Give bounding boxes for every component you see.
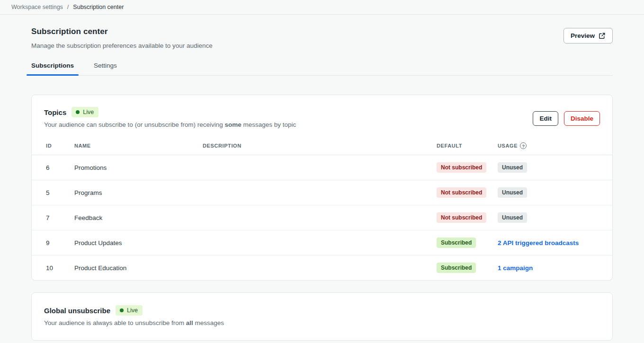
usage-header-label: USAGE bbox=[498, 143, 518, 149]
default-badge: Not subscribed bbox=[437, 162, 486, 173]
topic-id: 6 bbox=[32, 155, 74, 180]
preview-button-label: Preview bbox=[571, 32, 595, 39]
default-badge: Not subscribed bbox=[437, 187, 486, 198]
topics-subtitle-post: messages by topic bbox=[242, 121, 296, 128]
topic-name: Feedback bbox=[74, 205, 203, 230]
usage-link-broadcasts[interactable]: 2 API triggered broadcasts bbox=[498, 239, 579, 246]
topics-subtitle-bold: some bbox=[224, 121, 241, 128]
topic-name: Product Education bbox=[74, 255, 203, 281]
topics-card-header: Topics Live Your audience can subscribe … bbox=[32, 95, 612, 137]
topics-title: Topics bbox=[44, 108, 66, 116]
table-row: 10 Product Education Subscribed 1 campai… bbox=[32, 255, 612, 281]
topic-description bbox=[203, 205, 437, 230]
topics-card: Topics Live Your audience can subscribe … bbox=[31, 95, 613, 281]
table-row: 6 Promotions Not subscribed Unused bbox=[32, 155, 612, 180]
tab-settings[interactable]: Settings bbox=[89, 62, 122, 75]
usage-badge: Unused bbox=[498, 212, 527, 223]
usage-link-campaign[interactable]: 1 campaign bbox=[498, 264, 533, 272]
default-badge: Not subscribed bbox=[437, 212, 486, 223]
column-header-usage: USAGE ? bbox=[498, 137, 612, 155]
topics-subtitle: Your audience can subscribe to (or unsub… bbox=[44, 121, 296, 128]
tab-bar: Subscriptions Settings bbox=[27, 62, 613, 76]
global-subtitle-post: messages bbox=[193, 319, 224, 326]
preview-button[interactable]: Preview bbox=[564, 28, 613, 44]
topic-id: 10 bbox=[32, 255, 74, 281]
topic-description bbox=[203, 155, 437, 180]
page-subtitle: Manage the subscription preferences avai… bbox=[31, 42, 213, 49]
topic-id: 7 bbox=[32, 205, 74, 230]
table-row: 9 Product Updates Subscribed 2 API trigg… bbox=[32, 230, 612, 255]
live-badge-label: Live bbox=[127, 307, 138, 314]
column-header-id: ID bbox=[32, 137, 74, 155]
edit-button[interactable]: Edit bbox=[533, 111, 558, 126]
breadcrumb: Workspace settings / Subscription center bbox=[0, 0, 644, 15]
usage-badge: Unused bbox=[498, 162, 527, 173]
global-live-badge: Live bbox=[116, 305, 143, 316]
default-badge: Subscribed bbox=[437, 263, 476, 273]
live-dot-icon bbox=[120, 308, 124, 312]
topics-live-badge: Live bbox=[72, 107, 98, 117]
global-subtitle-bold: all bbox=[186, 319, 193, 326]
global-unsubscribe-card: Global unsubscribe Live Your audience is… bbox=[31, 292, 613, 341]
topic-id: 9 bbox=[32, 230, 74, 255]
topic-name: Promotions bbox=[74, 155, 203, 180]
topic-description bbox=[203, 180, 437, 205]
table-row: 7 Feedback Not subscribed Unused bbox=[32, 205, 612, 230]
disable-button[interactable]: Disable bbox=[564, 111, 600, 126]
live-dot-icon bbox=[76, 110, 80, 114]
column-header-description: DESCRIPTION bbox=[203, 137, 437, 155]
help-icon[interactable]: ? bbox=[520, 142, 527, 149]
topic-id: 5 bbox=[32, 180, 74, 205]
page-header: Subscription center Manage the subscript… bbox=[31, 15, 613, 49]
topics-subtitle-pre: Your audience can subscribe to (or unsub… bbox=[44, 121, 224, 128]
table-header-row: ID NAME DESCRIPTION DEFAULT USAGE ? bbox=[32, 137, 612, 155]
column-header-default: DEFAULT bbox=[437, 137, 498, 155]
topic-name: Programs bbox=[74, 180, 203, 205]
live-badge-label: Live bbox=[83, 109, 94, 115]
default-badge: Subscribed bbox=[437, 237, 476, 248]
column-header-name: NAME bbox=[74, 137, 203, 155]
topic-description bbox=[203, 230, 437, 255]
breadcrumb-workspace-settings[interactable]: Workspace settings bbox=[11, 4, 63, 10]
global-unsubscribe-title: Global unsubscribe bbox=[44, 307, 110, 315]
topics-card-header-text: Topics Live Your audience can subscribe … bbox=[44, 107, 296, 128]
breadcrumb-subscription-center: Subscription center bbox=[73, 4, 124, 10]
breadcrumb-separator: / bbox=[67, 4, 69, 10]
page-header-text: Subscription center Manage the subscript… bbox=[31, 27, 213, 49]
page-title: Subscription center bbox=[31, 27, 213, 36]
tab-subscriptions[interactable]: Subscriptions bbox=[27, 62, 79, 75]
topics-table: ID NAME DESCRIPTION DEFAULT USAGE ? 6 Pr… bbox=[32, 137, 612, 280]
topics-actions: Edit Disable bbox=[533, 111, 600, 126]
topic-description bbox=[203, 255, 437, 281]
global-unsubscribe-subtitle: Your audience is always able to unsubscr… bbox=[44, 319, 600, 326]
table-row: 5 Programs Not subscribed Unused bbox=[32, 180, 612, 205]
external-link-icon bbox=[599, 32, 606, 39]
global-subtitle-pre: Your audience is always able to unsubscr… bbox=[44, 319, 186, 326]
usage-badge: Unused bbox=[498, 187, 527, 198]
topic-name: Product Updates bbox=[74, 230, 203, 255]
